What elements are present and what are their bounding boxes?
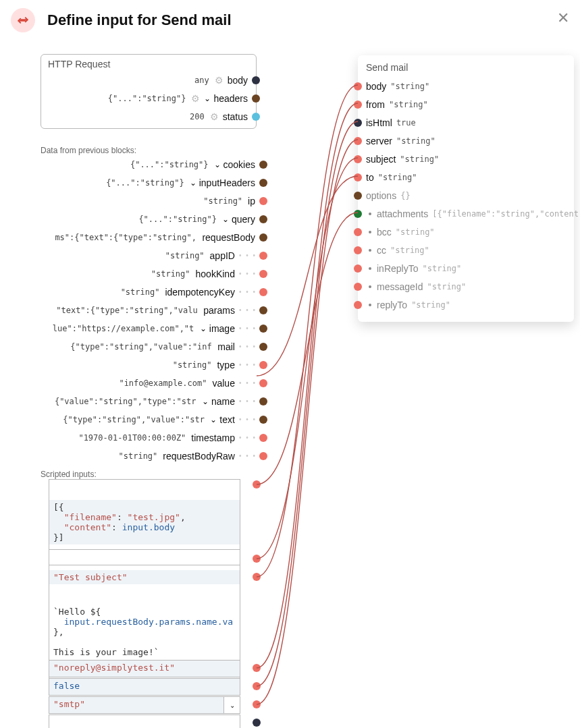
input-port[interactable] [354, 264, 362, 273]
output-port[interactable] [252, 76, 260, 84]
target-input-server[interactable]: server"string" [366, 132, 566, 150]
source-card: HTTP Request any⚙body{"...":"string"}⚙⌄h… [41, 54, 257, 129]
output-port[interactable] [259, 416, 267, 424]
gear-icon[interactable]: ⚙ [210, 111, 219, 122]
close-icon[interactable]: ✕ [557, 9, 569, 27]
input-port[interactable] [354, 173, 362, 181]
chevron-down-icon[interactable]: ⌄ [202, 397, 209, 406]
port-scripted-attachments[interactable] [253, 480, 261, 488]
gear-icon[interactable]: ⚙ [215, 75, 223, 86]
source-output-headers[interactable]: {"...":"string"}⚙⌄headers [48, 89, 249, 107]
input-port[interactable] [354, 246, 362, 254]
target-input-subject[interactable]: subject"string" [366, 150, 566, 168]
target-input-options[interactable]: options{} [366, 186, 566, 204]
swap-icon [11, 8, 35, 32]
input-port[interactable] [354, 137, 362, 145]
target-input-from[interactable]: from"string" [366, 95, 566, 113]
output-port[interactable] [259, 270, 267, 278]
prev-output-name[interactable]: {"value":"string","type":"string"}⌄name•… [41, 392, 257, 410]
target-input-bcc[interactable]: bcc"string" [366, 223, 566, 241]
prev-output-inputHeaders[interactable]: {"...":"string"}⌄inputHeaders [41, 173, 257, 192]
prev-output-hookKind[interactable]: "string"hookKind• • • [41, 264, 257, 283]
scripted-input-empty[interactable] [49, 715, 240, 728]
prev-output-appID[interactable]: "string"appID• • • [41, 246, 257, 264]
previous-data-rows: {"...":"string"}⌄cookies{"...":"string"}… [41, 155, 257, 465]
output-port[interactable] [252, 113, 260, 121]
target-card: Send mail body"string"from"string"isHtml… [358, 55, 574, 322]
target-input-messageId[interactable]: messageId"string" [366, 277, 566, 296]
prev-output-ip[interactable]: "string"ip [41, 192, 257, 210]
chevron-down-icon[interactable]: ⌄ [200, 324, 207, 333]
output-port[interactable] [259, 379, 267, 387]
output-port[interactable] [259, 452, 267, 460]
chevron-down-icon[interactable]: ⌄ [222, 215, 229, 224]
dialog-title: Define input for Send mail [47, 11, 232, 29]
server-dropdown-button[interactable]: ⌄ [224, 696, 240, 714]
target-input-body[interactable]: body"string" [366, 77, 566, 95]
mapping-canvas: HTTP Request any⚙body{"...":"string"}⚙⌄h… [0, 40, 580, 728]
source-output-status[interactable]: 200⚙status [48, 107, 249, 125]
scripted-input-from[interactable]: "noreply@simplytest.it" [49, 660, 240, 677]
output-port[interactable] [259, 306, 267, 314]
output-port[interactable] [259, 343, 267, 351]
output-port[interactable] [259, 361, 267, 369]
port-field-empty[interactable] [253, 719, 261, 727]
input-port[interactable] [354, 301, 362, 309]
target-card-title: Send mail [366, 62, 566, 73]
prev-output-requestBody[interactable]: ms":{"text":{"type":"string","valureques… [41, 228, 257, 246]
prev-output-cookies[interactable]: {"...":"string"}⌄cookies [41, 155, 257, 173]
source-output-body[interactable]: any⚙body [48, 71, 249, 89]
port-scripted-subject[interactable] [253, 555, 261, 563]
prev-output-query[interactable]: {"...":"string"}⌄query [41, 210, 257, 228]
scripted-input-ishtml[interactable]: false [49, 678, 240, 696]
scripted-input-server[interactable]: "smtp" [49, 696, 224, 714]
prev-output-image[interactable]: lue":"https://example.com","type":"s⌄ima… [41, 319, 257, 337]
prev-output-type[interactable]: "string"type• • • [41, 356, 257, 374]
input-port[interactable] [354, 228, 362, 236]
prev-output-value[interactable]: "info@example.com"value• • • [41, 374, 257, 392]
input-port[interactable] [354, 101, 362, 109]
chevron-down-icon[interactable]: ⌄ [190, 178, 196, 188]
prev-output-timestamp[interactable]: "1970-01-01T00:00:00Z"timestamp• • • [41, 428, 257, 447]
section-scripted-label: Scripted inputs: [41, 470, 97, 479]
output-port[interactable] [259, 161, 267, 169]
prev-output-idempotencyKey[interactable]: "string"idempotencyKey• • • [41, 283, 257, 301]
dialog-header: Define input for Send mail ✕ [0, 0, 580, 40]
target-input-attachments[interactable]: attachments[{"filename":"string","conten… [366, 204, 566, 223]
port-field-ishtml[interactable] [253, 682, 261, 690]
chevron-down-icon[interactable]: ⌄ [210, 415, 217, 424]
input-port[interactable] [354, 119, 362, 127]
gear-icon[interactable]: ⚙ [191, 93, 200, 104]
target-input-inReplyTo[interactable]: inReplyTo"string" [366, 259, 566, 277]
input-port[interactable] [354, 283, 362, 291]
prev-output-requestBodyRaw[interactable]: "string"requestBodyRaw• • • [41, 447, 257, 465]
target-input-replyTo[interactable]: replyTo"string" [366, 296, 566, 314]
output-port[interactable] [259, 325, 267, 333]
target-input-to[interactable]: to"string" [366, 168, 566, 186]
chevron-down-icon[interactable]: ⌄ [204, 94, 211, 103]
input-port[interactable] [354, 210, 362, 218]
prev-output-mail[interactable]: {"type":"string","value":"info@example.c… [41, 337, 257, 356]
output-port[interactable] [259, 179, 267, 187]
output-port[interactable] [252, 94, 260, 103]
chevron-down-icon[interactable]: ⌄ [214, 160, 221, 169]
output-port[interactable] [259, 233, 267, 242]
output-port[interactable] [259, 434, 267, 442]
target-input-cc[interactable]: cc"string" [366, 241, 566, 259]
output-port[interactable] [259, 197, 267, 205]
prev-output-text[interactable]: {"type":"string","value":"string"}⌄text•… [41, 410, 257, 428]
section-previous-label: Data from previous blocks: [41, 146, 136, 155]
port-field-from[interactable] [253, 664, 261, 672]
port-field-server[interactable] [253, 700, 261, 708]
target-input-isHtml[interactable]: isHtmltrue [366, 113, 566, 132]
input-port[interactable] [354, 192, 362, 200]
prev-output-params[interactable]: "text":{"type":"string","value":"stringp… [41, 301, 257, 319]
port-scripted-body[interactable] [253, 573, 261, 581]
source-card-title: HTTP Request [48, 59, 249, 69]
output-port[interactable] [259, 288, 267, 296]
output-port[interactable] [259, 215, 267, 223]
input-port[interactable] [354, 155, 362, 163]
output-port[interactable] [259, 252, 267, 260]
input-port[interactable] [354, 82, 362, 90]
output-port[interactable] [259, 397, 267, 405]
